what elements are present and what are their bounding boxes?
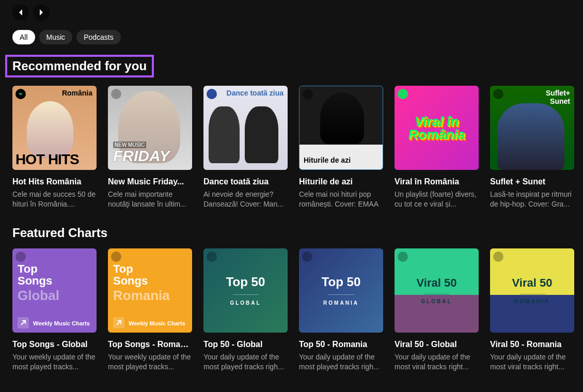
spotify-icon [398,89,408,99]
card-title: Top Songs - Romania [108,340,192,349]
card-desc: Your weekly update of the most played tr… [12,352,97,372]
spotify-icon [207,89,217,99]
cover-label: FRIDAY [113,147,169,165]
card-desc: Lasă-te inspirat pe ritmuri de hip-hop. … [490,190,574,209]
cover-sub: ROMANIA [323,300,359,306]
svg-point-1 [114,91,119,97]
cover-label: Dance toată ziua [227,89,283,97]
arrow-icon [113,317,124,328]
cover-label: Viral în România [408,115,465,140]
card-hot-hits-romania[interactable]: România HOT HITS Hot Hits România Cele m… [12,86,97,209]
cover-hot-hits: România HOT HITS [12,86,97,170]
divider [233,294,259,295]
card-title: Viral în România [395,177,479,186]
cover-label: Suflet+ Sunet [546,89,570,105]
spotify-icon [303,89,313,100]
cover-top50-romania: Top 50 ROMANIA [299,248,383,333]
chevron-left-icon [17,8,25,17]
card-suflet-sunet[interactable]: Suflet+ Sunet Suflet + Sunet Lasă-te ins… [490,86,574,209]
cover-viral-ro: Viral în România [395,86,479,170]
card-top50-romania[interactable]: Top 50 ROMANIA Top 50 - Romania Your dai… [299,248,383,372]
spotify-icon [15,252,26,262]
history-nav [12,4,571,21]
section-title-recommended[interactable]: Recommended for you [5,55,154,77]
cover-sub: GLOBAL [421,299,452,304]
card-new-music-friday[interactable]: NEW MUSIC FRIDAY New Music Friday... Cel… [108,86,192,209]
cover-footer: Weekly Music Charts [33,320,90,326]
card-desc: Cele mai importante noutăţi lansate în u… [108,190,192,209]
cover-footer: Weekly Music Charts [129,320,185,326]
card-top-songs-global[interactable]: Top Songs Global Weekly Music Charts Top… [12,248,97,372]
section-title-featured[interactable]: Featured Charts [12,226,107,240]
card-desc: Ai nevoie de energie? Dansează! Cover: M… [203,190,288,209]
cover-suflet: Suflet+ Sunet [490,86,574,170]
card-desc: Your daily update of the most played tra… [299,352,383,372]
card-desc: Cele mai de succes 50 de hituri în Român… [12,190,97,209]
spotify-icon [493,252,503,262]
forward-button[interactable] [33,4,50,21]
card-viral50-romania[interactable]: Viral 50 ROMANIA Viral 50 - Romania Your… [490,248,574,372]
card-title: Dance toată ziua [203,177,288,186]
spotify-icon [111,89,121,99]
cover-big: Top 50 [322,275,361,289]
chip-all[interactable]: All [12,30,35,44]
cover-line2: Romania [113,288,187,304]
card-desc: Your daily update of the most viral trac… [395,352,479,372]
chevron-right-icon [37,8,45,17]
card-title: New Music Friday... [108,177,192,186]
section-featured-charts: Featured Charts Top Songs Global Weekly … [12,226,571,372]
card-desc: Your weekly update of the most played tr… [108,352,192,372]
card-viral-in-romania[interactable]: Viral în România Viral în România Un pla… [395,86,479,209]
card-title: Top 50 - Romania [299,340,383,349]
card-dance-toata-ziua[interactable]: Dance toată ziua Dance toată ziua Ai nev… [203,86,288,209]
filter-chips: All Music Podcasts [12,30,571,44]
cover-sub: ROMANIA [514,299,550,304]
back-button[interactable] [12,4,29,21]
cover-line1: Top Songs [113,263,187,287]
divider [328,294,354,295]
card-title: Hot Hits România [12,177,97,186]
card-desc: Un playlist (foarte) divers, cu tot ce e… [395,190,479,209]
cover-viral50-romania: Viral 50 ROMANIA [490,248,574,333]
cover-viral50-global: Viral 50 GLOBAL [395,248,479,333]
divider [424,294,450,294]
card-title: Top Songs - Global [12,340,97,349]
cover-sub: GLOBAL [230,300,261,306]
spotify-icon [398,252,408,262]
cover-line2: Global [18,288,91,304]
card-hiturile-de-azi[interactable]: Hiturile de azi Hiturile de azi Cele mai… [299,86,383,209]
cover-label-big: HOT HITS [15,151,79,168]
cover-dance: Dance toată ziua [203,86,288,170]
spotify-icon [302,252,312,262]
card-top50-global[interactable]: Top 50 GLOBAL Top 50 - Global Your daily… [203,248,288,372]
spotify-icon [493,89,503,99]
section-recommended: Recommended for you România HOT HITS Hot… [12,55,571,209]
divider [519,294,545,294]
spotify-icon [15,89,26,99]
card-top-songs-romania[interactable]: Top Songs Romania Weekly Music Charts To… [108,248,192,372]
card-title: Viral 50 - Global [395,340,479,349]
cover-label-top: România [62,89,92,97]
cover-top50-global: Top 50 GLOBAL [203,248,288,333]
cover-line1: Top Songs [18,263,91,287]
spotify-icon [207,252,217,262]
cover-label: Hiturile de azi [304,156,351,164]
cover-nmf: NEW MUSIC FRIDAY [108,86,192,170]
spotify-icon [111,252,121,262]
chip-music[interactable]: Music [39,30,73,44]
chip-podcasts[interactable]: Podcasts [76,30,121,44]
card-desc: Your daily update of the most viral trac… [490,352,574,372]
cover-top-romania: Top Songs Romania Weekly Music Charts [108,248,192,333]
card-viral50-global[interactable]: Viral 50 GLOBAL Viral 50 - Global Your d… [395,248,479,372]
cover-big: Viral 50 [417,276,457,290]
featured-row: Top Songs Global Weekly Music Charts Top… [12,248,571,372]
card-title: Top 50 - Global [203,340,288,349]
card-title: Hiturile de azi [299,177,383,186]
arrow-icon [18,317,29,328]
recommended-row: România HOT HITS Hot Hits România Cele m… [12,86,571,209]
cover-big: Top 50 [226,275,265,289]
card-title: Suflet + Sunet [490,177,574,186]
card-desc: Cele mai noi hituri pop românești. Cover… [299,190,383,209]
cover-top-global: Top Songs Global Weekly Music Charts [12,248,97,333]
cover-hituri: Hiturile de azi [299,86,383,170]
